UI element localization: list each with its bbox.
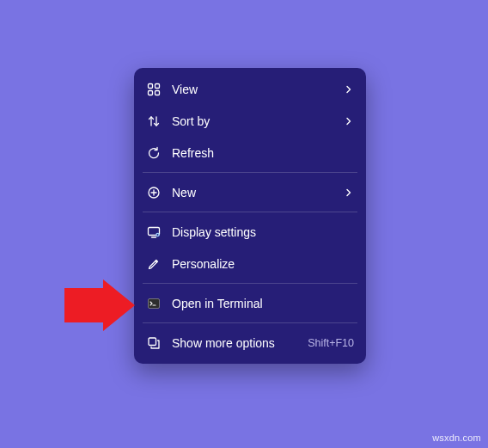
menu-item-label: View <box>172 83 337 96</box>
watermark: wsxdn.com <box>432 433 481 443</box>
menu-item-label: Display settings <box>172 225 354 239</box>
chevron-right-icon <box>344 84 354 95</box>
svg-point-6 <box>156 233 159 236</box>
menu-divider <box>143 212 357 212</box>
svg-rect-8 <box>149 338 156 346</box>
display-icon <box>146 224 162 240</box>
menu-item-personalize[interactable]: Personalize <box>134 248 366 279</box>
svg-rect-3 <box>156 90 160 95</box>
red-arrow-annotation <box>64 279 135 331</box>
svg-marker-9 <box>64 279 135 331</box>
menu-item-view[interactable]: View <box>134 73 366 105</box>
menu-item-label: Open in Terminal <box>172 297 354 310</box>
menu-divider <box>143 322 357 323</box>
menu-item-open-terminal[interactable]: Open in Terminal <box>134 287 366 319</box>
refresh-icon <box>146 145 162 161</box>
new-icon <box>146 185 162 200</box>
more-icon <box>146 335 162 351</box>
terminal-icon <box>146 296 162 311</box>
menu-divider <box>143 283 357 284</box>
menu-item-label: Show more options <box>172 336 301 350</box>
personalize-icon <box>146 256 162 272</box>
menu-item-label: Personalize <box>172 257 354 271</box>
menu-item-display-settings[interactable]: Display settings <box>134 216 366 248</box>
menu-item-label: Refresh <box>172 146 354 160</box>
svg-rect-0 <box>149 83 153 88</box>
desktop-context-menu: View Sort by <box>134 68 366 364</box>
chevron-right-icon <box>344 116 354 126</box>
view-icon <box>146 82 162 97</box>
sort-icon <box>146 114 162 129</box>
menu-divider <box>143 172 357 173</box>
menu-item-label: Sort by <box>172 114 337 128</box>
menu-item-sort-by[interactable]: Sort by <box>134 105 366 137</box>
svg-rect-2 <box>149 90 153 95</box>
menu-item-new[interactable]: New <box>134 176 366 208</box>
menu-item-label: New <box>172 186 337 199</box>
svg-rect-1 <box>156 83 160 88</box>
menu-item-show-more-options[interactable]: Show more options Shift+F10 <box>134 327 366 359</box>
svg-rect-7 <box>149 298 160 308</box>
menu-item-shortcut: Shift+F10 <box>308 337 354 349</box>
chevron-right-icon <box>344 187 354 198</box>
menu-item-refresh[interactable]: Refresh <box>134 137 366 169</box>
